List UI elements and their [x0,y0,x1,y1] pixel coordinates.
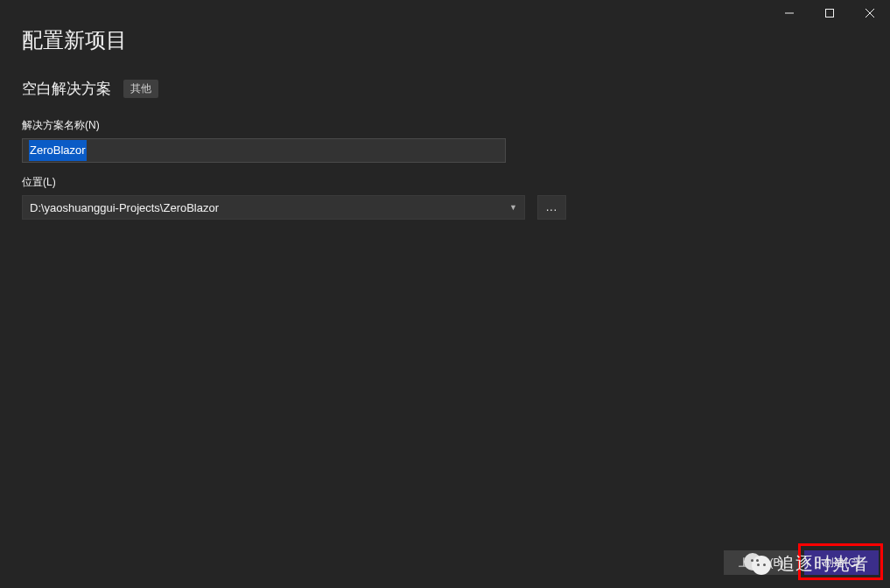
template-info: 空白解决方案 其他 [22,79,868,99]
location-label: 位置(L) [22,175,868,190]
page-title: 配置新项目 [22,26,868,54]
content-area: 配置新项目 空白解决方案 其他 解决方案名称(N) ZeroBlazor 位置(… [0,0,890,220]
location-combobox[interactable]: D:\yaoshuanggui-Projects\ZeroBlazor ▼ [22,195,525,220]
solution-name-group: 解决方案名称(N) ZeroBlazor [22,118,868,163]
back-button[interactable]: 上一步(B) [724,550,798,575]
location-group: 位置(L) D:\yaoshuanggui-Projects\ZeroBlazo… [22,175,868,220]
solution-name-label: 解决方案名称(N) [22,118,868,133]
minimize-button[interactable] [769,0,809,26]
browse-button[interactable]: ... [537,195,566,220]
location-value: D:\yaoshuanggui-Projects\ZeroBlazor [30,201,219,214]
footer-buttons: 上一步(B) 创建(C) [724,550,879,575]
template-tag: 其他 [123,80,158,98]
svg-rect-1 [826,10,834,18]
solution-name-value: ZeroBlazor [29,140,87,161]
create-button[interactable]: 创建(C) [804,550,879,575]
chevron-down-icon: ▼ [509,203,517,212]
maximize-button[interactable] [809,0,850,26]
close-button[interactable] [850,0,890,26]
solution-name-input[interactable]: ZeroBlazor [22,138,506,163]
template-name: 空白解决方案 [22,79,111,99]
window-titlebar [769,0,890,26]
